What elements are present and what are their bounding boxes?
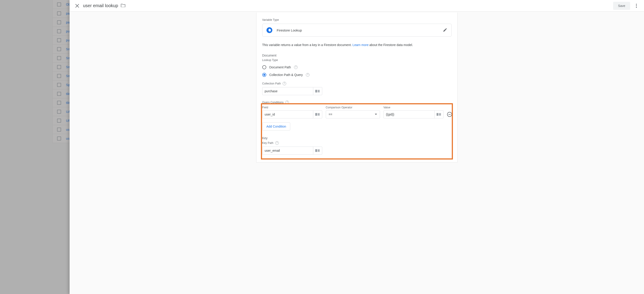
svg-rect-9 [318, 114, 319, 114]
svg-point-1 [636, 5, 637, 6]
insert-variable-button[interactable] [434, 111, 443, 118]
svg-rect-7 [315, 113, 317, 116]
description-text-prefix: This variable returns a value from a key… [262, 43, 353, 47]
svg-point-2 [636, 7, 637, 8]
variable-editor-panel: user email lookup Save Variable Type Fir… [70, 0, 644, 294]
condition-field-input[interactable] [265, 111, 313, 118]
radio-collection-path-label: Collection Path & Query [270, 73, 303, 77]
insert-variable-button[interactable] [313, 111, 322, 118]
help-icon[interactable]: ? [285, 101, 289, 104]
key-path-label-row: Key Path ? [262, 141, 452, 145]
svg-rect-5 [318, 91, 319, 91]
document-section-title: Document [262, 54, 452, 57]
insert-variable-icon [315, 113, 320, 116]
query-condition-row: Field Comparison Operator == [262, 106, 452, 118]
insert-variable-button[interactable] [313, 87, 322, 95]
more-menu-button[interactable] [632, 1, 641, 10]
description-text-suffix: about the Firestore data model. [368, 43, 413, 47]
edit-icon[interactable] [443, 28, 447, 33]
condition-value-input[interactable] [386, 111, 434, 118]
panel-scroll[interactable]: Variable Type Firestore Lookup This vari… [70, 12, 644, 294]
close-icon [75, 4, 79, 8]
more-vertical-icon [636, 4, 637, 8]
condition-operator-label: Comparison Operator [326, 106, 380, 109]
condition-operator-value: == [329, 113, 332, 116]
gear-badge-icon [266, 27, 272, 33]
radio-collection-path-row[interactable]: Collection Path & Query ? [262, 73, 452, 77]
variable-type-selector[interactable]: Firestore Lookup [262, 24, 452, 37]
svg-rect-17 [318, 150, 319, 150]
help-icon[interactable]: ? [294, 65, 298, 69]
svg-rect-11 [436, 113, 438, 116]
condition-value-wrapper [384, 110, 444, 118]
insert-variable-icon [315, 90, 320, 93]
add-condition-button[interactable]: Add Condition [262, 123, 290, 131]
svg-rect-18 [318, 151, 319, 151]
variable-type-label: Variable Type [262, 18, 452, 21]
condition-value-label: Value [384, 106, 444, 109]
insert-variable-icon [436, 113, 441, 116]
svg-rect-6 [318, 91, 319, 92]
collection-path-label: Collection Path [262, 82, 281, 85]
help-icon[interactable]: ? [282, 82, 286, 85]
variable-name-title[interactable]: user email lookup [83, 3, 118, 8]
radio-document-path-row[interactable]: Document Path ? [262, 65, 452, 69]
variable-type-name: Firestore Lookup [277, 28, 302, 32]
folder-icon[interactable] [121, 3, 125, 8]
radio-collection-path[interactable] [262, 73, 266, 77]
svg-rect-16 [318, 149, 320, 152]
collection-path-input-wrapper [262, 87, 322, 95]
query-conditions-label: Query Conditions [262, 101, 284, 104]
svg-rect-4 [318, 90, 320, 93]
collection-path-input[interactable] [265, 87, 313, 95]
close-button[interactable] [73, 1, 82, 10]
query-conditions-label-row: Query Conditions ? [262, 101, 452, 104]
radio-document-path-label: Document Path [270, 65, 291, 69]
svg-rect-3 [315, 90, 317, 93]
svg-rect-15 [315, 149, 317, 152]
condition-field-wrapper [262, 110, 322, 118]
remove-condition-button[interactable] [447, 112, 452, 117]
variable-description: This variable returns a value from a key… [262, 43, 452, 47]
svg-rect-14 [439, 115, 440, 115]
svg-point-0 [636, 4, 637, 5]
key-path-label: Key Path [262, 142, 274, 145]
panel-header: user email lookup Save [70, 0, 644, 12]
insert-variable-button[interactable] [313, 147, 322, 154]
condition-operator-select[interactable]: == [326, 110, 380, 118]
help-icon[interactable]: ? [306, 73, 310, 77]
save-button[interactable]: Save [613, 2, 630, 10]
lookup-type-label: Lookup Type [262, 59, 452, 62]
key-path-wrapper [262, 147, 322, 154]
chevron-down-icon [375, 114, 377, 115]
svg-rect-12 [439, 113, 441, 116]
condition-field-label: Field [262, 106, 322, 109]
key-path-input[interactable] [265, 147, 313, 154]
key-section-title: Key [262, 136, 452, 140]
svg-rect-10 [318, 115, 319, 115]
svg-rect-13 [439, 114, 440, 114]
radio-document-path[interactable] [262, 65, 266, 69]
variable-config-card: Variable Type Firestore Lookup This vari… [256, 12, 458, 162]
help-icon[interactable]: ? [275, 141, 279, 145]
learn-more-link[interactable]: Learn more [352, 43, 368, 47]
collection-path-label-row: Collection Path ? [262, 82, 452, 85]
insert-variable-icon [315, 149, 320, 152]
svg-rect-8 [318, 113, 320, 116]
